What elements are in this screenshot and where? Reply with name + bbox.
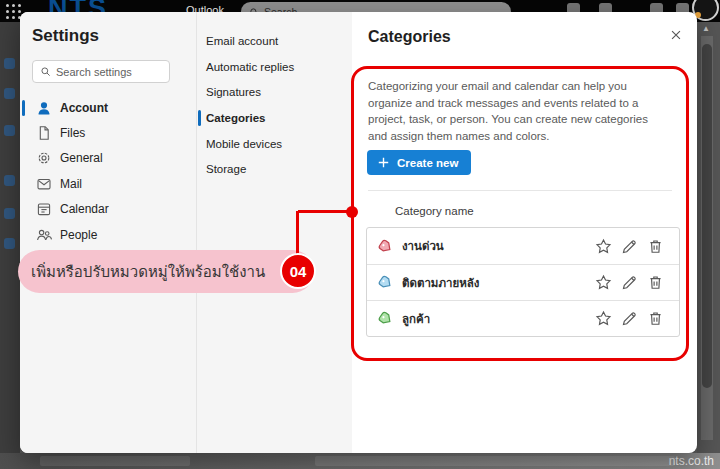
category-name: ติดตามภายหลัง <box>402 274 586 292</box>
dimmed-content-block <box>315 456 675 466</box>
rail-mail-icon <box>4 58 15 69</box>
scrollbar-up-arrow[interactable]: ▲ <box>702 24 710 33</box>
rail-people-icon <box>4 125 15 136</box>
sidebar-item-calendar[interactable]: Calendar <box>20 196 194 221</box>
calendar-icon <box>36 201 52 217</box>
category-row[interactable]: งานด่วน <box>367 228 679 264</box>
sidebar-item-account[interactable]: Account <box>20 95 194 120</box>
delete-trash-icon[interactable] <box>647 274 664 291</box>
category-table-header: Category name <box>395 205 474 217</box>
person-icon <box>36 100 52 116</box>
section-label: Mobile devices <box>206 138 282 150</box>
section-label: Categories <box>206 112 265 124</box>
sidebar-item-label: Account <box>60 101 108 115</box>
sidebar-item-label: Files <box>60 126 85 140</box>
tag-icon <box>377 310 394 327</box>
edit-pencil-icon[interactable] <box>621 310 638 327</box>
section-signatures[interactable]: Signatures <box>197 80 351 104</box>
sidebar-item-mail[interactable]: Mail <box>20 171 194 196</box>
section-label: Email account <box>206 35 278 47</box>
category-name: งานด่วน <box>402 237 586 255</box>
section-label: Automatic replies <box>206 61 294 73</box>
section-mobile-devices[interactable]: Mobile devices <box>197 132 351 156</box>
annotation-connector-line <box>298 210 352 213</box>
sidebar-item-general[interactable]: General <box>20 145 194 170</box>
section-categories[interactable]: Categories <box>197 106 351 130</box>
sidebar-item-files[interactable]: Files <box>20 120 194 145</box>
sidebar-item-label: Calendar <box>60 202 109 216</box>
settings-search-input[interactable] <box>56 66 161 78</box>
category-name: ลูกค้า <box>402 310 586 328</box>
sidebar-item-people[interactable]: People <box>20 222 194 247</box>
sidebar-item-label: Mail <box>60 177 82 191</box>
section-label: Signatures <box>206 86 261 98</box>
close-button[interactable] <box>662 21 690 49</box>
sidebar-item-label: People <box>60 228 97 242</box>
create-new-button[interactable]: Create new <box>367 150 471 175</box>
section-automatic-replies[interactable]: Automatic replies <box>197 55 351 79</box>
tag-icon <box>377 274 394 291</box>
annotation-callout: เพิ่มหรือปรับหมวดหมู่ให้พร้อมใช้งาน <box>18 250 314 293</box>
annotation-label: เพิ่มหรือปรับหมวดหมู่ให้พร้อมใช้งาน <box>31 260 265 284</box>
watermark: nts.co.th <box>669 454 714 468</box>
settings-search-box[interactable] <box>32 60 170 83</box>
section-storage[interactable]: Storage <box>197 157 351 181</box>
dimmed-content-block <box>40 456 190 466</box>
category-row[interactable]: ติดตามภายหลัง <box>367 264 679 300</box>
edit-pencil-icon[interactable] <box>621 274 638 291</box>
plus-icon <box>377 156 390 169</box>
panel-description: Categorizing your email and calendar can… <box>368 78 668 144</box>
screenshot-stage: NTS Outlook Search ▲ nts.co.th Settings <box>0 0 720 469</box>
selected-indicator <box>198 110 201 126</box>
favorite-star-icon[interactable] <box>595 274 612 291</box>
create-new-label: Create new <box>397 157 458 169</box>
tag-icon <box>377 238 394 255</box>
scrollbar-thumb[interactable] <box>702 44 712 388</box>
edit-pencil-icon[interactable] <box>621 238 638 255</box>
category-table: งานด่วน ติดตามภายหลัง <box>366 227 680 337</box>
section-label: Storage <box>206 163 246 175</box>
delete-trash-icon[interactable] <box>647 238 664 255</box>
rail-app3-icon <box>4 238 15 249</box>
rail-app2-icon <box>4 208 15 219</box>
sidebar-item-label: General <box>60 151 103 165</box>
rail-calendar-icon <box>4 88 15 99</box>
section-email-account[interactable]: Email account <box>197 29 351 53</box>
selected-indicator <box>22 100 25 116</box>
panel-divider <box>368 190 672 191</box>
favorite-star-icon[interactable] <box>595 238 612 255</box>
category-row[interactable]: ลูกค้า <box>367 300 679 336</box>
outlook-left-rail <box>0 22 20 453</box>
gear-icon <box>36 150 52 166</box>
settings-title: Settings <box>32 26 99 46</box>
annotation-connector-dot <box>346 206 358 218</box>
favorite-star-icon[interactable] <box>595 310 612 327</box>
annotation-step-number: 04 <box>290 263 307 280</box>
annotation-connector-line <box>296 211 299 257</box>
rail-app-icon <box>4 175 15 186</box>
mail-icon <box>36 176 52 192</box>
file-icon <box>36 125 52 141</box>
annotation-step-badge: 04 <box>280 253 316 289</box>
panel-title: Categories <box>368 28 451 46</box>
close-icon <box>669 28 683 42</box>
delete-trash-icon[interactable] <box>647 310 664 327</box>
people-icon <box>36 227 52 243</box>
search-icon <box>40 66 51 77</box>
